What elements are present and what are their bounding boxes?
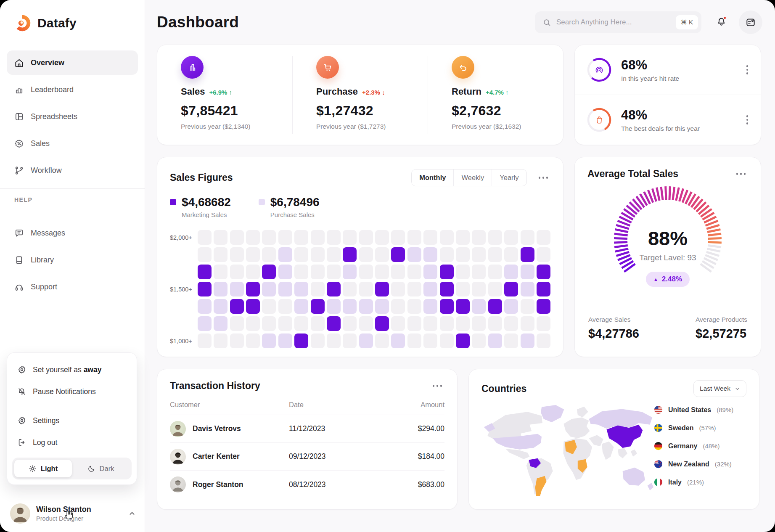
heatmap-cell [198, 299, 212, 314]
sidebar-item-label: Spreadsheets [31, 112, 77, 121]
kebab-menu-vertical[interactable] [744, 113, 751, 127]
user-profile[interactable]: Wilson Stanton Product Designer [10, 503, 136, 524]
heatmap-cell [294, 282, 308, 296]
heatmap-cell [391, 333, 405, 348]
home-icon [14, 58, 24, 68]
heatmap-cell [537, 247, 550, 262]
panel-menu-button[interactable] [739, 11, 762, 34]
list-item[interactable]: Sweden (57%) [654, 423, 746, 432]
panel-menu-icon [745, 17, 756, 28]
heatmap-cell [391, 299, 405, 314]
heatmap-cell [472, 282, 486, 296]
search-bar[interactable]: ⌘ K [535, 11, 701, 33]
table-row[interactable]: Roger Stanton 08/12/2023 $683.00 [170, 471, 444, 498]
list-item[interactable]: Germany (48%) [654, 442, 746, 450]
heatmap-cell [488, 265, 502, 279]
menu-item-pause-notifications[interactable]: Pause Notifications [12, 381, 132, 402]
heatmap-cell [488, 230, 502, 245]
heatmap-cell [230, 230, 244, 245]
menu-item-settings[interactable]: Settings [12, 410, 132, 431]
heatmap-cell [294, 299, 308, 314]
sidebar-item-leaderboard[interactable]: Leaderboard [7, 77, 138, 102]
y-axis-labels: $2,000+ $1,500+ $1,000+ [170, 230, 198, 348]
person-silhouette-icon [10, 503, 30, 524]
heatmap-cell [327, 316, 341, 331]
countries-card: Countries Last Week [468, 369, 759, 510]
heatmap-cell [504, 299, 518, 314]
y-label: $2,000+ [170, 234, 192, 241]
sidebar-item-overview[interactable]: Overview [7, 50, 138, 75]
tab-weekly[interactable]: Weekly [453, 169, 492, 186]
return-arrow-icon [458, 62, 468, 73]
menu-item-set-away[interactable]: Set yourself as away [12, 359, 132, 381]
sidebar: Datafy Overview Leaderboard Spreadsheets… [0, 0, 145, 532]
list-item[interactable]: United States (89%) [654, 405, 746, 414]
kebab-menu-horizontal[interactable] [430, 382, 445, 389]
transaction-date: 11/12/2023 [289, 424, 394, 433]
heatmap-cell [262, 282, 276, 296]
kebab-menu-horizontal[interactable] [734, 170, 749, 177]
heatmap-cell [537, 333, 550, 348]
sidebar-item-label: Library [31, 256, 54, 265]
heatmap-cell [311, 247, 325, 262]
heatmap-cell [521, 247, 534, 262]
sidebar-item-support[interactable]: Support [7, 275, 138, 299]
heatmap-cell [246, 333, 260, 348]
heatmap-cell [521, 265, 534, 279]
search-input[interactable] [556, 18, 671, 26]
heatmap-cell [198, 316, 212, 331]
datafy-logo-icon [13, 13, 32, 33]
gauge-target: Target Lavel: 93 [605, 253, 731, 262]
tab-monthly[interactable]: Monthly [412, 169, 453, 186]
sidebar-item-workflow[interactable]: Workflow [7, 158, 138, 183]
heatmap-cell [375, 333, 389, 348]
heatmap-cell [456, 333, 470, 348]
heatmap-cell [472, 230, 486, 245]
average-products-stat: Average Products $2,57275 [696, 316, 747, 341]
heatmap-cell [262, 247, 276, 262]
sidebar-item-library[interactable]: Library [7, 248, 138, 272]
table-row[interactable]: Davis Vetrovs 11/12/2023 $294.00 [170, 415, 444, 443]
list-item[interactable]: Italy (21%) [654, 478, 746, 487]
table-row[interactable]: Carter Kenter 09/12/2023 $184.00 [170, 443, 444, 471]
heatmap-cell [327, 333, 341, 348]
heatmap-cell [246, 230, 260, 245]
list-item[interactable]: New Zealand (32%) [654, 460, 746, 468]
theme-dark-button[interactable]: Dark [72, 460, 130, 477]
transactions-title: Transaction History [170, 380, 430, 392]
sidebar-item-sales[interactable]: Sales [7, 131, 138, 156]
heatmap-cell [521, 230, 534, 245]
kebab-menu-horizontal[interactable] [536, 174, 551, 181]
legend-marketing-sales: $4,68682 Marketing Sales [170, 196, 231, 218]
menu-item-logout[interactable]: Log out [12, 431, 132, 453]
gauge-center-text: 88% Target Lavel: 93 ▲ 2.48% [605, 227, 731, 287]
radar-icon [594, 65, 604, 75]
sidebar-item-spreadsheets[interactable]: Spreadsheets [7, 104, 138, 129]
heatmap-cell [375, 247, 389, 262]
stats-row: Sales +6.9% ↑ $7,85421 Previous year ($2… [157, 45, 762, 145]
heatmap-cell [327, 265, 341, 279]
period-dropdown[interactable]: Last Week [693, 380, 746, 397]
tab-yearly[interactable]: Yearly [492, 169, 526, 186]
best-deals-value: 48% [621, 108, 700, 123]
kebab-menu-vertical[interactable] [744, 63, 751, 77]
notifications-button[interactable] [716, 16, 727, 29]
world-map-graphic [481, 400, 654, 496]
support-headphones-icon [14, 282, 24, 292]
sidebar-item-messages[interactable]: Messages [7, 221, 138, 245]
table-header: Customer Date Amount [170, 397, 444, 415]
heatmap-cell [294, 333, 308, 348]
app-window: Datafy Overview Leaderboard Spreadsheets… [0, 0, 775, 532]
customer-name: Carter Kenter [193, 452, 240, 461]
best-deals-caption: The best deals for this year [621, 125, 700, 132]
sidebar-item-label: Support [31, 283, 57, 291]
kpi-purchase: Purchase +2.3% ↓ $1,27432 Previous year … [292, 56, 428, 134]
chevron-up-icon[interactable] [128, 509, 136, 518]
theme-light-button[interactable]: Light [14, 460, 72, 477]
heatmap-cell [278, 316, 292, 331]
heatmap-cell [278, 282, 292, 296]
heatmap-cell [294, 230, 308, 245]
library-book-icon [14, 255, 24, 265]
country-percent: (21%) [687, 479, 704, 486]
heatmap-cell [456, 230, 470, 245]
